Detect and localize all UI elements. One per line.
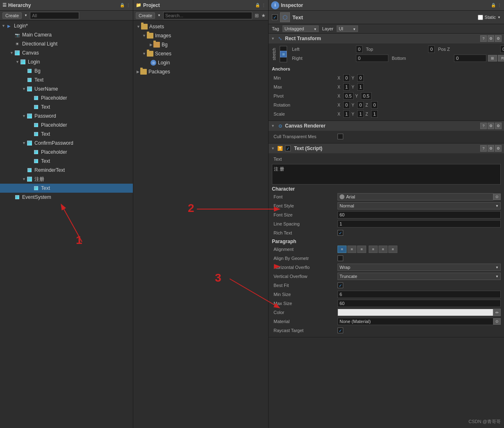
raycast-checkbox[interactable]: [338, 328, 343, 333]
horiz-overflow-dropdown[interactable]: Wrap ▼: [338, 264, 501, 271]
tree-item-canvas[interactable]: ▼ Canvas: [0, 48, 133, 57]
tree-item-password-placeholder[interactable]: Placeholder: [0, 121, 133, 130]
align-right-mid-btn[interactable]: ≡: [388, 246, 397, 253]
color-swatch[interactable]: [338, 309, 493, 316]
folder-images[interactable]: ▼ Images: [135, 31, 267, 40]
left-value[interactable]: 0: [356, 46, 363, 53]
font-size-value[interactable]: 60: [338, 211, 501, 219]
font-value: Arial: [346, 194, 355, 199]
bottom-value[interactable]: 0: [454, 55, 486, 62]
reset-btn[interactable]: R: [498, 55, 504, 61]
cr-extra-btn[interactable]: ⚙: [495, 123, 502, 129]
font-style-dropdown[interactable]: Normal ▼: [338, 202, 501, 209]
folder-bg-asset[interactable]: ▶ Bg: [135, 40, 267, 49]
font-pick-btn[interactable]: ⊙: [493, 194, 501, 200]
folder-login-scene[interactable]: ⊙ Login: [135, 58, 267, 67]
max-y-value[interactable]: 1: [357, 83, 364, 91]
tree-item-eventsystem[interactable]: EventSystem: [0, 193, 133, 202]
tree-item-directional-light[interactable]: ☀ Directional Light: [0, 39, 133, 48]
font-select[interactable]: Arial: [338, 193, 493, 200]
scale-z-value[interactable]: 1: [371, 110, 378, 118]
ts-extra-btn[interactable]: ⚙: [495, 145, 502, 152]
static-checkbox[interactable]: [478, 15, 483, 20]
hierarchy-search-input[interactable]: [30, 12, 79, 19]
align-right-top-btn[interactable]: ≡: [357, 246, 366, 253]
tree-item-cp-placeholder[interactable]: Placeholder: [0, 148, 133, 157]
rect-extra-btn[interactable]: ⚙: [495, 35, 502, 42]
tree-item-password[interactable]: ▼ Password: [0, 112, 133, 121]
tree-item-zhu-ce[interactable]: ▼ 注册: [0, 175, 133, 184]
tree-item-password-text[interactable]: Text: [0, 130, 133, 139]
top-value[interactable]: 0: [428, 46, 435, 53]
pivot-y-value[interactable]: 0.5: [361, 92, 371, 100]
tree-item-remindertext[interactable]: ReminderText: [0, 166, 133, 175]
align-left-top-btn[interactable]: ≡: [338, 246, 347, 253]
hierarchy-create-button[interactable]: Create: [2, 12, 22, 19]
align-center-mid-btn[interactable]: ≡: [379, 246, 388, 253]
hierarchy-panel: ☰ Hierarchy 🔒 ⋮ Create ▼ ▼ ▶ Login*: [0, 0, 133, 428]
folder-packages[interactable]: ▶ Packages: [135, 67, 267, 76]
tree-label-cp: ConfirmPassword: [34, 140, 73, 146]
folder-scenes[interactable]: ▼ Scenes: [135, 49, 267, 58]
best-fit-checkbox[interactable]: [338, 282, 343, 288]
cull-checkbox[interactable]: [338, 134, 343, 139]
tree-item-username[interactable]: ▼ UserName: [0, 84, 133, 93]
align-center-top-btn[interactable]: ≡: [347, 246, 356, 253]
obj-name[interactable]: Text: [292, 14, 475, 20]
text-content-area[interactable]: 注 册: [272, 164, 501, 184]
ts-enable-check[interactable]: [285, 146, 291, 151]
rect-transform-header[interactable]: ▼ ⤡ Rect Transform ? ⚙ ⚙: [269, 34, 504, 43]
min-y-value[interactable]: 0: [357, 74, 364, 82]
posz-value[interactable]: 0: [500, 46, 504, 53]
layer-dropdown[interactable]: UI ▼: [337, 25, 358, 32]
rot-z-value[interactable]: 0: [371, 101, 378, 109]
scale-x-value[interactable]: 1: [343, 110, 350, 118]
vert-overflow-value: Truncate: [340, 274, 357, 279]
canvas-renderer-header[interactable]: ▼ ⊙ Canvas Renderer ? ⚙ ⚙: [269, 121, 504, 131]
ts-help-btn[interactable]: ?: [480, 145, 487, 152]
color-pencil-btn[interactable]: ✏: [493, 309, 501, 316]
tree-item-zc-text[interactable]: Text: [0, 184, 133, 193]
max-size-value[interactable]: 60: [338, 300, 501, 307]
folder-label-login-scene: Login: [158, 60, 170, 66]
tree-item-bg[interactable]: Bg: [0, 66, 133, 75]
folder-assets[interactable]: ▼ Assets: [135, 22, 267, 31]
project-search-input[interactable]: [163, 12, 252, 19]
rect-help-btn[interactable]: ?: [480, 35, 487, 42]
tree-item-username-placeholder[interactable]: Placeholder: [0, 93, 133, 102]
align-left-mid-btn[interactable]: ≡: [369, 246, 378, 253]
cr-help-btn[interactable]: ?: [480, 123, 487, 129]
vert-overflow-dropdown[interactable]: Truncate ▼: [338, 273, 501, 280]
ts-settings-btn[interactable]: ⚙: [488, 145, 494, 152]
anchor-box[interactable]: ⊞: [280, 46, 287, 62]
rich-text-checkbox[interactable]: [338, 230, 343, 236]
tree-item-text1[interactable]: Text: [0, 75, 133, 84]
cr-settings-btn[interactable]: ⚙: [488, 123, 494, 129]
line-spacing-value[interactable]: 1: [338, 220, 501, 228]
tree-item-login[interactable]: ▼ Login: [0, 57, 133, 66]
tree-item-main-camera[interactable]: 📷 Main Camera: [0, 30, 133, 39]
rect-settings-btn[interactable]: ⚙: [488, 35, 494, 42]
material-value[interactable]: None (Material): [338, 318, 493, 325]
expand-btn[interactable]: ⊞: [488, 55, 497, 61]
tree-item-confirmpassword[interactable]: ▼ ConfirmPassword: [0, 139, 133, 148]
right-value[interactable]: 0: [356, 55, 388, 62]
rot-y-value[interactable]: 0: [357, 101, 364, 109]
ts-buttons: ? ⚙ ⚙: [480, 145, 502, 152]
rot-x-value[interactable]: 0: [343, 101, 350, 109]
pivot-x-value[interactable]: 0.5: [343, 92, 353, 100]
scale-y-value[interactable]: 1: [357, 110, 364, 118]
min-x-value[interactable]: 0: [343, 74, 350, 82]
tree-item-login-star[interactable]: ▼ ▶ Login*: [0, 21, 133, 30]
material-pick-btn[interactable]: ⊙: [493, 318, 501, 325]
tag-dropdown[interactable]: Untagged ▼: [283, 25, 319, 32]
tree-item-username-text[interactable]: Text: [0, 102, 133, 112]
min-size-value[interactable]: 6: [338, 291, 501, 298]
tree-item-cp-text[interactable]: Text: [0, 157, 133, 166]
text-script-header[interactable]: ▼ T Text (Script) ? ⚙ ⚙: [269, 143, 504, 153]
obj-enable-checkbox[interactable]: [272, 14, 278, 20]
project-icon1: ⊞: [255, 13, 259, 18]
project-create-button[interactable]: Create: [136, 12, 155, 19]
max-x-value[interactable]: 1: [343, 83, 350, 91]
align-by-geom-checkbox[interactable]: [338, 255, 343, 261]
